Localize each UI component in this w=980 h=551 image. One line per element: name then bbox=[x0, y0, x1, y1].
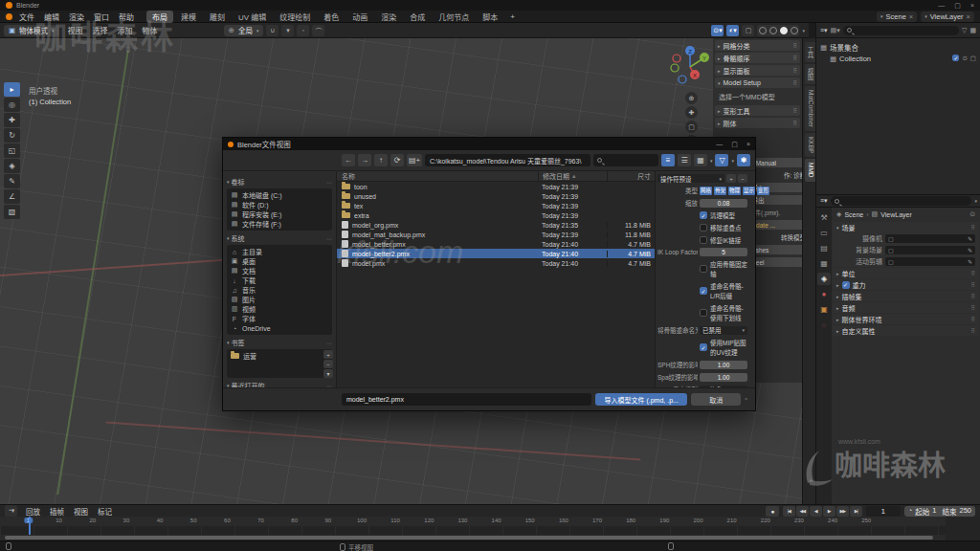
import-confirm-button[interactable]: 导入模型文件 (.pmd, .p... bbox=[595, 393, 687, 406]
rotate-tool[interactable]: ↻ bbox=[4, 128, 20, 143]
panel-grip-icon[interactable]: ⠿ bbox=[971, 304, 975, 311]
dialog-close-button[interactable]: × bbox=[746, 141, 750, 148]
new-folder-button[interactable]: ▤+ bbox=[407, 154, 422, 166]
display-mode-icon[interactable]: ▤▾ bbox=[831, 27, 840, 34]
system-item[interactable]: ▥视频 bbox=[227, 304, 332, 314]
properties-physics-tab[interactable]: ◌ bbox=[817, 319, 831, 331]
panel-grip-icon[interactable]: ⠿ bbox=[793, 42, 797, 49]
filter-dropdown[interactable]: ▾ bbox=[731, 158, 734, 164]
filter-funnel-button[interactable]: ▽ bbox=[715, 154, 728, 166]
n-panel-tab[interactable]: MatCombiner bbox=[805, 86, 815, 131]
outliner-search-input[interactable] bbox=[843, 26, 959, 35]
gizmo-dropdown[interactable]: ⊙▾ bbox=[711, 25, 724, 36]
timeline-menu-item[interactable]: 回放 bbox=[21, 506, 45, 517]
orientation-dropdown[interactable]: ⊕ 全局 ▾ bbox=[224, 25, 264, 36]
option-checkbox[interactable]: ✓ bbox=[700, 211, 707, 219]
refresh-button[interactable]: ⟳ bbox=[390, 154, 404, 166]
workspace-tab[interactable]: 雕刻 bbox=[204, 11, 231, 23]
scene-selector[interactable]: ▾ Scene × bbox=[877, 11, 917, 22]
workspace-tab[interactable]: 建模 bbox=[175, 11, 202, 23]
add-bookmark-button[interactable]: + bbox=[323, 350, 333, 359]
file-row[interactable]: unused Today 21:39 bbox=[337, 191, 657, 201]
n-panel-section[interactable]: ▸变形工具⠿ bbox=[715, 105, 800, 116]
sidebar-section-header[interactable]: ▾书签⋯ bbox=[227, 338, 332, 347]
properties-world-tab[interactable]: ● bbox=[817, 288, 831, 300]
volume-item[interactable]: ▤本地磁盘 (C:) bbox=[227, 190, 332, 200]
properties-search-input[interactable] bbox=[831, 196, 972, 206]
file-search-input[interactable] bbox=[593, 154, 658, 166]
shading-dropdown-icon[interactable]: ▾ bbox=[802, 28, 805, 33]
dialog-maximize-button[interactable]: ▢ bbox=[731, 141, 738, 148]
mode-dropdown[interactable]: ▣ 物体模式 ▾ bbox=[4, 25, 59, 36]
file-row[interactable]: model_mat_backup.pmx Today 21:39 11.8 Mi… bbox=[337, 230, 657, 239]
outliner-row-scene-collection[interactable]: ▦ 场景集合 bbox=[816, 41, 980, 53]
filter-icon[interactable]: ▽ bbox=[962, 27, 967, 34]
properties-panel[interactable]: ▸自定义属性⠿ bbox=[833, 325, 979, 336]
file-row[interactable]: model.pmx Today 21:40 4.7 MiB bbox=[337, 258, 657, 268]
wireframe-shading-icon[interactable] bbox=[759, 27, 767, 34]
timeline-ruler[interactable]: 1102030405060708090100110120130140150160… bbox=[0, 517, 946, 526]
system-item[interactable]: ▤文档 bbox=[227, 266, 332, 276]
play-reverse-button[interactable]: ◀ bbox=[810, 506, 822, 517]
breadcrumb-viewlayer[interactable]: ViewLayer bbox=[880, 211, 912, 218]
file-row[interactable]: tex Today 21:39 bbox=[337, 201, 657, 210]
dialog-minimize-button[interactable]: — bbox=[716, 141, 723, 148]
panel-grip-icon[interactable]: ⠿ bbox=[793, 120, 797, 126]
system-item[interactable]: ◔OneDrive bbox=[227, 323, 332, 333]
panel-grip-icon[interactable]: ⠿ bbox=[793, 55, 797, 61]
snap-target-dropdown[interactable]: ▾ bbox=[281, 25, 294, 36]
n-panel-tab[interactable]: 视图 bbox=[805, 64, 815, 84]
window-close-button[interactable]: × bbox=[970, 2, 974, 10]
camera-view-button[interactable]: ▢ bbox=[685, 121, 698, 133]
outliner-row-collection[interactable]: ▦ Collection ✓ ⊙ ▢ bbox=[816, 53, 980, 64]
file-row[interactable]: model_better.pmx Today 21:40 4.7 MiB bbox=[337, 239, 657, 249]
start-frame-field[interactable]: ◔ 起始1 bbox=[908, 506, 937, 517]
prev-keyframe-button[interactable]: ◀◀ bbox=[796, 506, 809, 517]
blender-menu-icon[interactable] bbox=[6, 13, 12, 20]
sidebar-section-header[interactable]: ▾系统⋯ bbox=[227, 233, 332, 243]
collection-checkbox[interactable]: ✓ bbox=[952, 55, 959, 61]
timeline-track-area[interactable] bbox=[0, 526, 946, 535]
option-checkbox[interactable] bbox=[700, 309, 707, 317]
solid-shading-icon[interactable] bbox=[769, 27, 777, 34]
panel-grip-icon[interactable]: ⠿ bbox=[971, 316, 975, 322]
viewlayer-selector[interactable]: ▾ ViewLayer × bbox=[921, 11, 974, 22]
file-row[interactable]: model_org.pmx Today 21:35 11.8 MiB bbox=[337, 220, 657, 230]
workspace-tab[interactable]: 几何节点 bbox=[433, 11, 475, 23]
system-item[interactable]: ♫音乐 bbox=[227, 285, 332, 295]
eyedropper-icon[interactable]: ✎ bbox=[968, 235, 972, 242]
play-button[interactable]: ▶ bbox=[823, 506, 835, 517]
auto-keying-button[interactable]: ● bbox=[766, 506, 779, 517]
playhead[interactable] bbox=[29, 517, 31, 535]
scene-panel-header[interactable]: ▾ 场景 ⠿ bbox=[833, 222, 979, 232]
viewport-menu-item[interactable]: 添加 bbox=[113, 25, 138, 35]
n-panel-section[interactable]: ▸骨骼顺序⠿ bbox=[715, 53, 800, 63]
measure-tool[interactable]: ∠ bbox=[4, 189, 20, 204]
file-row[interactable]: model_better2.pmx Today 21:40 4.7 MiB bbox=[337, 249, 657, 258]
option-value-field[interactable]: 1.00 bbox=[700, 373, 747, 382]
transform-tool[interactable]: ◈ bbox=[4, 159, 20, 173]
panel-grip-icon[interactable]: ⠿ bbox=[971, 327, 975, 334]
menu-item[interactable]: 帮助 bbox=[114, 11, 139, 22]
viewport-menu-item[interactable]: 选择 bbox=[88, 25, 113, 35]
remove-bookmark-button[interactable]: − bbox=[323, 360, 333, 368]
n-panel-tab[interactable]: 工具 bbox=[805, 42, 815, 62]
panel-grip-icon[interactable]: ⠿ bbox=[971, 224, 975, 231]
type-toggle-button[interactable]: 骨架 bbox=[714, 187, 726, 195]
new-collection-icon[interactable]: ▦ bbox=[969, 27, 976, 34]
workspace-tab[interactable]: 着色 bbox=[318, 11, 345, 23]
option-value-field[interactable]: 0.08 bbox=[700, 199, 747, 208]
display-vertical-list-button[interactable]: ≡ bbox=[661, 154, 675, 166]
option-checkbox[interactable] bbox=[700, 236, 707, 244]
properties-scene-tab[interactable]: ◈ bbox=[817, 273, 831, 285]
eyedropper-icon[interactable]: ✎ bbox=[968, 247, 972, 253]
settings-gear-button[interactable]: ✱ bbox=[737, 154, 750, 166]
falloff-curve-icon[interactable]: ⌒ bbox=[312, 25, 324, 36]
n-panel-tab[interactable]: MMD bbox=[805, 159, 815, 182]
chevron-down-icon[interactable]: ▾ bbox=[974, 198, 977, 204]
n-panel-section[interactable]: ▸刚体⠿ bbox=[715, 118, 800, 128]
type-toggle-button[interactable]: 显示 bbox=[743, 187, 755, 195]
hide-eye-icon[interactable]: ⊙ bbox=[962, 55, 967, 62]
properties-render-tab[interactable]: ▭ bbox=[817, 227, 831, 239]
system-item[interactable]: ▣桌面 bbox=[227, 256, 332, 266]
